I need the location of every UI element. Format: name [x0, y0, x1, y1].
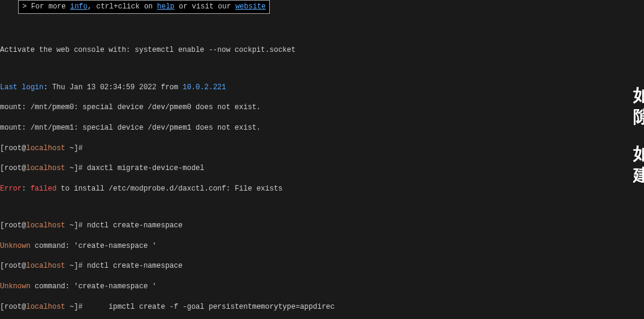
website-link[interactable]: website: [235, 2, 266, 11]
hostname: localhost: [26, 144, 65, 153]
cmd-text: daxctl migrate-device-model: [87, 164, 204, 172]
cn-line-1: 如: [633, 84, 644, 106]
mount-err-1: mount: /mnt/pmem1: special device /dev/p…: [0, 123, 644, 133]
cn-line-2: 隙: [633, 106, 644, 128]
last-login-line: Last login: Thu Jan 13 02:34:59 2022 fro…: [0, 83, 644, 93]
help-mid2: or visit our: [174, 2, 235, 11]
failed-word: failed: [30, 185, 56, 193]
unknown-1: Unknown command: 'create-namespace ': [0, 241, 644, 251]
error-word: Error: [0, 185, 22, 193]
prompt-ipmctl: [root@localhost ~]# ipmctl create -f -go…: [0, 302, 644, 312]
prompt-line: [root@localhost ~]#: [0, 144, 644, 154]
cn-line-3: 如: [633, 143, 644, 165]
help-link[interactable]: help: [157, 2, 174, 11]
mount-err-0: mount: /mnt/pmem0: special device /dev/p…: [0, 103, 644, 113]
sidebar-chinese-text: 如 隙 如 建: [633, 84, 644, 201]
unknown-word: Unknown: [0, 242, 30, 250]
unknown-2: Unknown command: 'create-namespace ': [0, 282, 644, 292]
prompt-ndctl-1: [root@localhost ~]# ndctl create-namespa…: [0, 221, 644, 231]
info-link[interactable]: info: [70, 2, 88, 11]
last-login-label: Last login: [0, 83, 43, 92]
help-mid1: , ctrl+click on: [88, 2, 157, 11]
activate-line: Activate the web console with: systemctl…: [0, 45, 644, 55]
daxctl-error: libdaxctl: Error: failed to install /etc…: [0, 184, 644, 194]
help-prefix: > For more: [22, 2, 70, 11]
terminal-output[interactable]: Activate the web console with: systemctl…: [0, 19, 644, 319]
login-ip: 10.0.2.221: [182, 83, 226, 92]
help-bar: > For more info, ctrl+click on help or v…: [18, 0, 270, 14]
prompt-ndctl-2: [root@localhost ~]# ndctl create-namespa…: [0, 261, 644, 271]
prompt-daxctl: [root@localhost ~]# daxctl migrate-devic…: [0, 163, 644, 174]
cn-line-4: 建: [633, 165, 644, 186]
